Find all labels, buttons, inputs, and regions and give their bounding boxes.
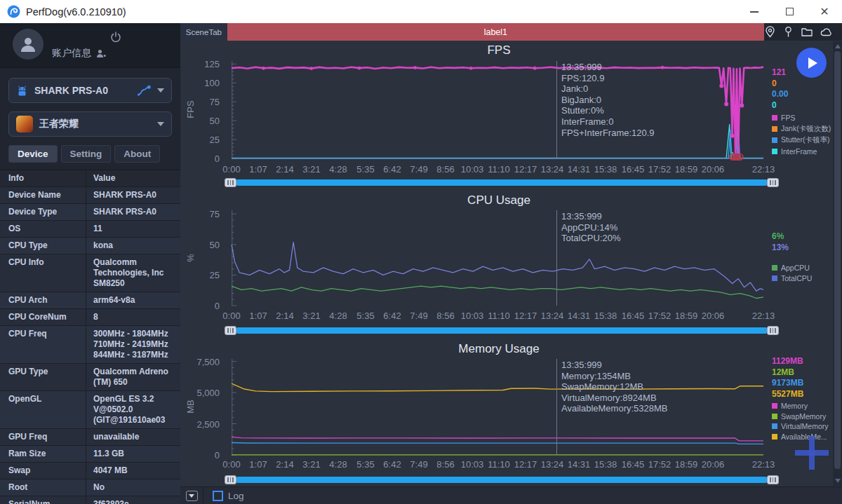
- scrollbar-right-grip[interactable]: [767, 475, 779, 484]
- avatar[interactable]: [13, 29, 44, 60]
- timeline-scrollbar[interactable]: [225, 326, 779, 335]
- tab-about[interactable]: About: [114, 145, 160, 163]
- x-tick-label: 3:21: [302, 459, 320, 470]
- legend-label: Memory: [781, 402, 808, 410]
- scroll-up-arrow-icon[interactable]: [835, 44, 841, 48]
- x-tick-label: 16:45: [622, 311, 645, 321]
- info-cell: Ram Size: [0, 446, 86, 462]
- legend-swatch: [772, 126, 777, 132]
- current-value: 12MB: [772, 367, 803, 379]
- maximize-button[interactable]: [772, 0, 807, 23]
- close-button[interactable]: ✕: [807, 0, 842, 23]
- x-tick-label: 0:00: [222, 459, 240, 470]
- scrollbar-left-grip[interactable]: [225, 178, 236, 187]
- x-tick-label: 1:07: [249, 311, 267, 321]
- x-tick-label: 17:52: [648, 311, 671, 321]
- scrollbar-right-grip[interactable]: [767, 326, 779, 335]
- x-tick-label: 1:07: [249, 164, 267, 175]
- legend-swatch: [772, 414, 777, 419]
- scrollbar-track[interactable]: [236, 477, 767, 483]
- info-cell: CPU CoreNum: [0, 309, 86, 325]
- folder-icon[interactable]: [801, 26, 813, 38]
- legend-item[interactable]: Jank(卡顿次数): [772, 124, 831, 134]
- x-tick-label: 20:06: [702, 311, 725, 321]
- legend-item[interactable]: SwapMemory: [772, 412, 829, 421]
- timeline-scrollbar[interactable]: [225, 178, 779, 187]
- x-tick-label: 14:31: [568, 164, 591, 175]
- x-tick-label: 2:14: [276, 311, 293, 321]
- scrollbar-left-grip[interactable]: [225, 326, 236, 335]
- y-tick-label: 125: [204, 59, 220, 69]
- series-interframe: [232, 125, 763, 158]
- legend-label: SwapMemory: [781, 412, 826, 421]
- y-axis-ticks: 02,5005,0007,500: [180, 359, 225, 455]
- scrollbar-track[interactable]: [236, 327, 767, 334]
- scrollbar-track[interactable]: [236, 179, 767, 186]
- info-cell: CPU Arch: [0, 292, 86, 308]
- location-marker-icon[interactable]: [764, 26, 776, 38]
- x-tick-label: 2:14: [276, 459, 293, 470]
- scene-tab-label1[interactable]: label1: [227, 23, 764, 41]
- legend-label: AppCPU: [781, 264, 810, 272]
- power-button[interactable]: [110, 32, 121, 46]
- legend-swatch: [772, 137, 777, 143]
- x-tick-label: 3:21: [302, 164, 320, 175]
- current-value: 5527MB: [772, 389, 803, 400]
- scroll-down-arrow-icon[interactable]: [835, 479, 841, 483]
- legend-item[interactable]: AppCPU: [772, 264, 812, 272]
- tab-setting[interactable]: Setting: [61, 145, 112, 163]
- info-cell: Device Type: [0, 204, 86, 220]
- window-titlebar: PerfDog(v6.0.210910) ✕: [0, 0, 842, 23]
- scrollbar-right-grip[interactable]: [767, 178, 779, 187]
- legend-item[interactable]: FPS: [772, 114, 831, 122]
- x-tick-label: 7:49: [410, 459, 427, 470]
- x-tick-label: 15:38: [594, 459, 617, 470]
- main-area: SceneTab label1: [180, 23, 842, 504]
- legend-label: InterFrame: [781, 147, 817, 156]
- legend-item[interactable]: VirtualMemory: [772, 422, 829, 430]
- table-row: InfoValue: [0, 170, 180, 187]
- y-axis-ticks: 0255075: [180, 210, 225, 306]
- app-selector[interactable]: 王者荣耀: [8, 111, 172, 137]
- y-tick-label: 75: [210, 97, 220, 107]
- legend-item[interactable]: Stutter(卡顿率): [772, 135, 831, 145]
- timeline-scrollbar[interactable]: [225, 475, 779, 484]
- minimize-button[interactable]: [737, 0, 772, 23]
- play-button[interactable]: [796, 48, 827, 78]
- legend-item[interactable]: Memory: [772, 402, 829, 410]
- legend-item[interactable]: InterFrame: [772, 147, 831, 156]
- x-tick-label: 4:28: [329, 164, 347, 175]
- value-cell: 11.3 GB: [86, 446, 180, 462]
- table-row: Device TypeSHARK PRS-A0: [0, 204, 180, 221]
- collapse-panel-button[interactable]: [186, 491, 198, 501]
- info-cell: CPU Type: [0, 238, 86, 254]
- vertical-scrollbar[interactable]: [833, 41, 842, 486]
- legend-label: Stutter(卡顿率): [781, 135, 829, 145]
- x-tick-label: 13:24: [541, 459, 564, 470]
- account-label[interactable]: 账户信息: [52, 47, 107, 60]
- y-axis: [232, 61, 236, 158]
- log-checkbox[interactable]: [213, 491, 223, 501]
- legend-swatch: [772, 115, 777, 121]
- device-selector[interactable]: SHARK PRS-A0: [8, 78, 172, 103]
- y-axis: [232, 359, 236, 455]
- maximize-icon: [786, 8, 794, 15]
- scrollbar-left-grip[interactable]: [225, 475, 236, 484]
- info-cell: SerialNum: [0, 496, 86, 504]
- table-row: Swap4047 MB: [0, 463, 180, 479]
- series-totalcpu: [232, 242, 763, 291]
- table-row: CPU CoreNum8: [0, 309, 180, 326]
- legend-item[interactable]: TotalCPU: [772, 274, 812, 282]
- info-cell: Root: [0, 479, 86, 496]
- add-annotation-button[interactable]: [795, 436, 829, 470]
- info-cell: Info: [0, 170, 86, 186]
- x-tick-label: 0:00: [222, 311, 240, 321]
- data-marker: [413, 66, 417, 69]
- chevron-down-icon: [157, 88, 164, 93]
- cloud-icon[interactable]: [820, 26, 834, 38]
- current-value: 1129MB: [772, 356, 803, 367]
- pin-icon[interactable]: [782, 26, 794, 38]
- x-tick-label: 6:42: [383, 311, 401, 321]
- tab-device[interactable]: Device: [8, 145, 58, 163]
- vertical-scrollbar-thumb[interactable]: [834, 51, 841, 469]
